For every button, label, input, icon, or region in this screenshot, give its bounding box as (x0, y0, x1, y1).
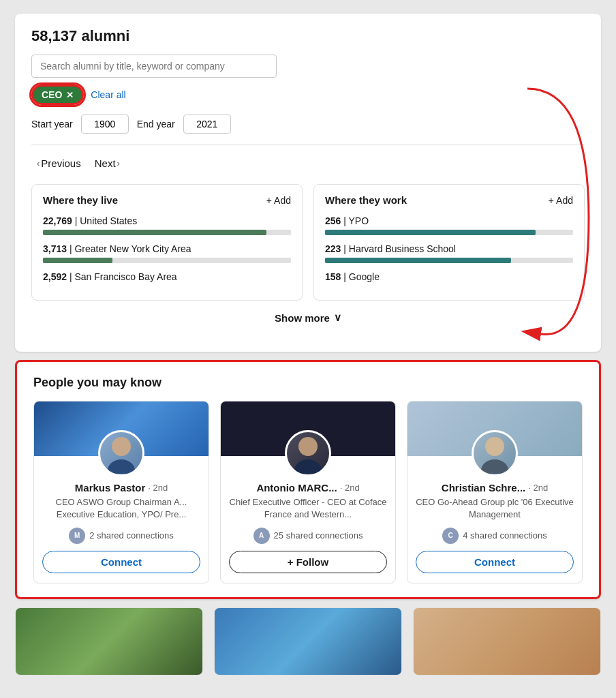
work-bar-fill-1 (325, 230, 536, 235)
chevron-right-icon: › (117, 158, 120, 168)
chevron-down-icon: ∨ (334, 312, 341, 324)
person-name-1: Markus Pastor · 2nd (42, 482, 200, 494)
avatar-1 (98, 430, 144, 476)
bar-bg-2 (43, 258, 291, 263)
work-card-header: Where they work + Add (325, 194, 573, 206)
work-bar-fill-2 (325, 258, 511, 263)
connect-button-3[interactable]: Connect (416, 551, 574, 573)
work-stat-1: 256 | YPO (325, 215, 573, 235)
ceo-remove-icon[interactable]: ✕ (66, 90, 74, 100)
live-card-title: Where they live (43, 194, 118, 206)
person-bg-3 (407, 401, 582, 456)
previous-button[interactable]: ‹ Previous (31, 155, 87, 172)
person-role-2: Chief Executive Officer - CEO at Coface … (229, 496, 387, 521)
work-bar-bg-2 (325, 258, 573, 263)
shared-connections-3: C 4 shared connections (416, 528, 574, 544)
person-card-1: Markus Pastor · 2nd CEO ASWO Group Chair… (33, 401, 209, 583)
shared-connections-1: M 2 shared connections (42, 528, 200, 544)
main-alumni-card: 58,137 alumni CEO ✕ Clear all Start year… (15, 14, 601, 352)
end-year-input[interactable] (183, 115, 231, 134)
people-grid: Markus Pastor · 2nd CEO ASWO Group Chair… (33, 401, 583, 583)
stats-grid: Where they live + Add 22,769 | United St… (31, 184, 585, 301)
start-year-label: Start year (31, 119, 73, 130)
pagination-nav: ‹ Previous Next › (31, 155, 585, 172)
person-bg-2 (221, 401, 395, 456)
svg-point-0 (112, 437, 131, 456)
end-year-label: End year (137, 119, 175, 130)
live-stat-3: 2,592 | San Francisco Bay Area (43, 271, 291, 282)
svg-point-3 (294, 459, 322, 474)
avatar-2 (285, 430, 331, 476)
svg-point-1 (108, 459, 135, 474)
bottom-card-3 (413, 607, 601, 676)
person-role-3: CEO Go-Ahead Group plc '06 Executive Man… (416, 496, 574, 521)
work-stat-2: 223 | Harvard Business School (325, 243, 573, 263)
avatar-3 (472, 430, 518, 476)
live-stat-2: 3,713 | Greater New York City Area (43, 243, 291, 263)
work-stat-3: 158 | Google (325, 271, 573, 282)
show-more-row: Show more ∨ (31, 312, 585, 324)
ceo-tag-label: CEO (42, 89, 62, 100)
alumni-count-title: 58,137 alumni (31, 27, 585, 45)
year-filter-row: Start year End year (31, 115, 585, 134)
person-card-2: Antonio MARC... · 2nd Chief Executive Of… (220, 401, 396, 583)
shared-connections-2: A 25 shared connections (229, 528, 387, 544)
where-they-work-card: Where they work + Add 256 | YPO 223 (313, 184, 585, 301)
people-section-title: People you may know (33, 376, 583, 390)
bottom-cards-row (15, 607, 601, 676)
svg-point-2 (298, 437, 318, 456)
person-bg-1 (34, 401, 209, 456)
connect-button-1[interactable]: Connect (42, 551, 200, 573)
shared-avatar-2: A (253, 528, 270, 544)
live-add-button[interactable]: + Add (266, 195, 291, 206)
start-year-input[interactable] (81, 115, 129, 134)
follow-button-2[interactable]: + Follow (229, 551, 387, 573)
live-card-header: Where they live + Add (43, 194, 291, 206)
bar-fill-1 (43, 230, 266, 235)
bottom-card-1 (15, 607, 203, 676)
bottom-card-2 (214, 607, 402, 676)
person-name-3: Christian Schre... · 2nd (416, 482, 574, 494)
chevron-left-icon: ‹ (37, 158, 40, 168)
search-input[interactable] (31, 55, 277, 78)
show-more-button[interactable]: Show more ∨ (275, 312, 341, 324)
next-button[interactable]: Next › (89, 155, 125, 172)
person-role-1: CEO ASWO Group Chairman A... Executive E… (42, 496, 200, 521)
svg-point-4 (485, 437, 504, 456)
divider (31, 145, 585, 145)
person-name-2: Antonio MARC... · 2nd (229, 482, 387, 494)
bar-bg-1 (43, 230, 291, 235)
ceo-filter-tag[interactable]: CEO ✕ (31, 85, 84, 105)
svg-point-5 (481, 459, 508, 474)
live-stat-1: 22,769 | United States (43, 215, 291, 235)
people-you-may-know-card: People you may know Markus Pastor · (15, 360, 601, 599)
filter-row: CEO ✕ Clear all (31, 85, 585, 105)
shared-avatar-3: C (442, 528, 459, 544)
work-card-title: Where they work (325, 194, 407, 206)
shared-avatar-1: M (69, 528, 85, 544)
where-they-live-card: Where they live + Add 22,769 | United St… (31, 184, 303, 301)
work-bar-bg-1 (325, 230, 573, 235)
work-add-button[interactable]: + Add (549, 195, 573, 206)
clear-all-button[interactable]: Clear all (91, 89, 125, 100)
person-card-3: Christian Schre... · 2nd CEO Go-Ahead Gr… (407, 401, 583, 583)
bar-fill-2 (43, 258, 112, 263)
